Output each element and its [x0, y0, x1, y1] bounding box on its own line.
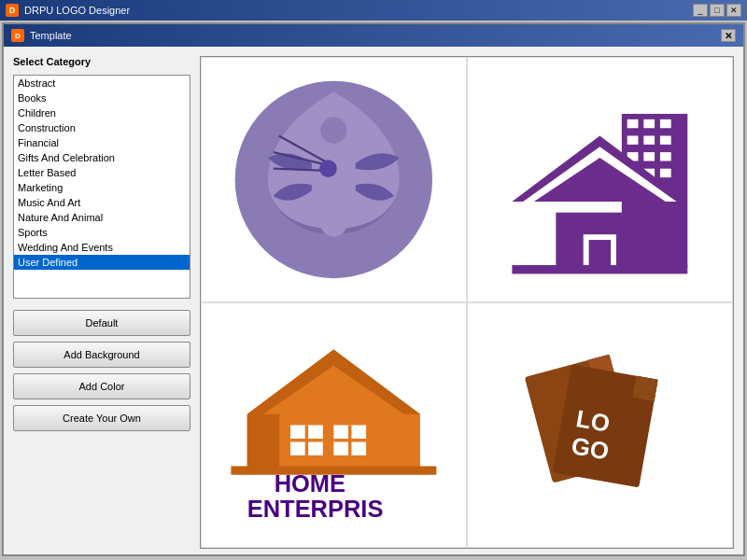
building-logo-svg: [481, 70, 719, 289]
svg-rect-16: [643, 152, 655, 161]
svg-rect-46: [633, 376, 658, 401]
fish-logo-svg: [215, 70, 453, 289]
house-logo-svg: HOME ENTERPRIS: [215, 315, 453, 535]
maximize-button[interactable]: □: [710, 4, 725, 17]
svg-text:LO: LO: [574, 405, 612, 437]
svg-rect-30: [247, 414, 280, 469]
svg-rect-12: [627, 136, 639, 145]
logo-grid: HOME ENTERPRIS: [200, 56, 734, 549]
category-item-music-art[interactable]: Music And Art: [14, 195, 190, 210]
logo-cell-document[interactable]: LO GO: [467, 302, 733, 548]
close-app-button[interactable]: ✕: [726, 4, 741, 17]
window-icon: D: [11, 29, 24, 42]
main-window: D Template ✕ Select Category AbstractBoo…: [2, 22, 745, 556]
category-item-nature-animal[interactable]: Nature And Animal: [14, 210, 190, 225]
svg-rect-17: [660, 152, 671, 161]
category-list[interactable]: AbstractBooksChildrenConstructionFinanci…: [13, 75, 190, 299]
category-item-user-defined[interactable]: User Defined: [14, 255, 190, 270]
category-item-letter-based[interactable]: Letter Based: [14, 165, 190, 180]
action-buttons: Default Add Background Add Color Create …: [13, 310, 190, 431]
add-background-button[interactable]: Add Background: [13, 342, 190, 368]
category-item-gifts-celebration[interactable]: Gifts And Celebration: [14, 150, 190, 165]
svg-rect-13: [643, 136, 655, 145]
svg-rect-27: [513, 265, 688, 273]
title-bar-controls: _ □ ✕: [693, 4, 741, 17]
app-icon: D: [6, 4, 19, 17]
window-content: Select Category AbstractBooksChildrenCon…: [4, 47, 743, 558]
category-label: Select Category: [13, 56, 190, 67]
category-item-construction[interactable]: Construction: [14, 120, 190, 135]
default-button[interactable]: Default: [13, 310, 190, 336]
category-item-wedding-events[interactable]: Wedding And Events: [14, 240, 190, 255]
svg-rect-14: [660, 136, 671, 145]
logo-cell-fish[interactable]: [201, 57, 467, 302]
app-title-bar: D DRPU LOGO Designer _ □ ✕: [0, 0, 747, 21]
app-title: DRPU LOGO Designer: [24, 5, 693, 16]
svg-point-3: [320, 210, 346, 236]
category-item-sports[interactable]: Sports: [14, 225, 190, 240]
svg-rect-20: [660, 169, 671, 177]
category-item-financial[interactable]: Financial: [14, 135, 190, 150]
window-title-bar: D Template ✕: [4, 24, 743, 47]
left-panel: Select Category AbstractBooksChildrenCon…: [13, 56, 190, 549]
category-item-books[interactable]: Books: [14, 91, 190, 105]
close-window-button[interactable]: ✕: [721, 29, 736, 42]
svg-text:ENTERPRIS: ENTERPRIS: [247, 496, 384, 522]
svg-rect-26: [589, 240, 611, 267]
category-item-abstract[interactable]: Abstract: [14, 76, 190, 91]
svg-rect-9: [627, 119, 639, 128]
logo-cell-building[interactable]: [467, 57, 733, 302]
create-your-own-button[interactable]: Create Your Own: [13, 405, 190, 431]
minimize-button[interactable]: _: [693, 4, 708, 17]
svg-rect-11: [660, 119, 671, 128]
document-logo-svg: LO GO: [481, 315, 719, 535]
svg-point-2: [320, 118, 346, 144]
svg-text:HOME: HOME: [275, 470, 345, 497]
svg-point-7: [319, 160, 337, 177]
window-title: Template: [30, 30, 721, 41]
category-item-marketing[interactable]: Marketing: [14, 180, 190, 195]
category-item-children[interactable]: Children: [14, 105, 190, 120]
logo-cell-house[interactable]: HOME ENTERPRIS: [201, 302, 467, 548]
svg-rect-10: [643, 119, 655, 128]
add-color-button[interactable]: Add Color: [13, 373, 190, 399]
